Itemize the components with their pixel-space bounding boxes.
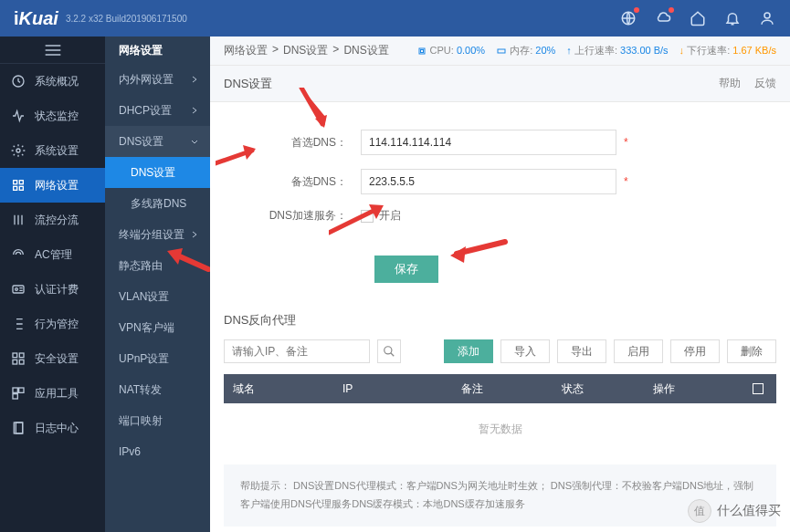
sidebar-item-ac[interactable]: AC管理 (0, 237, 105, 272)
sb2-port-mapping[interactable]: 端口映射 (105, 405, 210, 436)
breadcrumb-2[interactable]: DNS设置 (283, 43, 328, 58)
sidebar-label: 状态监控 (35, 109, 79, 124)
sidebar-item-flow[interactable]: 流控分流 (0, 203, 105, 237)
sidebar-item-auth[interactable]: 认证计费 (0, 272, 105, 307)
sidebar-item-network[interactable]: 网络设置 (0, 168, 105, 203)
svg-rect-6 (14, 186, 17, 190)
sidebar-item-apps[interactable]: 应用工具 (0, 376, 105, 411)
user-icon[interactable] (758, 9, 776, 27)
collapse-toggle[interactable] (0, 37, 105, 64)
col-status: 状态 (553, 381, 644, 397)
help-box: 帮助提示： DNS设置DNS代理模式：客户端DNS为网关地址时生效； DNS强制… (224, 464, 776, 527)
reverse-proxy-title: DNS反向代理 (210, 301, 790, 339)
help-link[interactable]: 帮助 (719, 76, 741, 91)
sidebar-item-logs[interactable]: 日志中心 (0, 411, 105, 445)
sb2-static-route[interactable]: 静态路由 (105, 250, 210, 281)
col-checkbox[interactable] (740, 383, 776, 394)
svg-rect-19 (419, 48, 425, 54)
section-title: DNS设置 (224, 76, 272, 92)
enable-button[interactable]: 启用 (614, 339, 663, 363)
svg-rect-14 (13, 388, 17, 392)
cloud-icon[interactable] (654, 9, 672, 27)
export-button[interactable]: 导出 (557, 339, 606, 363)
sb2-dhcp[interactable]: DHCP设置 (105, 95, 210, 126)
sidebar-label: 流控分流 (35, 213, 79, 228)
version-text: 3.2.2 x32 Build201906171500 (66, 14, 187, 24)
col-action: 操作 (644, 381, 740, 397)
breadcrumb-1[interactable]: 网络设置 (224, 43, 268, 58)
svg-rect-4 (14, 181, 17, 184)
secondary-dns-input[interactable] (361, 169, 616, 194)
home-icon[interactable] (689, 9, 707, 27)
table-header: 域名 IP 备注 状态 操作 (224, 374, 776, 403)
svg-marker-25 (450, 246, 466, 263)
upload-stat: ↑ 上行速率: 333.00 B/s (566, 44, 668, 57)
sidebar-item-monitor[interactable]: 状态监控 (0, 99, 105, 133)
no-data-text: 暂无数据 (224, 403, 776, 455)
bell-icon[interactable] (723, 9, 742, 27)
col-remark: 备注 (452, 381, 553, 397)
sb2-dns-settings[interactable]: DNS设置 (105, 157, 210, 188)
disable-button[interactable]: 停用 (670, 339, 720, 363)
sb2-vlan[interactable]: VLAN设置 (105, 281, 210, 312)
section-title-bar: DNS设置 帮助 反馈 (210, 66, 790, 102)
sb2-nat[interactable]: NAT转发 (105, 374, 210, 405)
globe-icon[interactable] (619, 9, 637, 27)
secondary-dns-label: 备选DNS： (224, 174, 361, 190)
svg-rect-21 (498, 49, 505, 53)
add-button[interactable]: 添加 (444, 339, 493, 363)
svg-rect-10 (13, 353, 17, 358)
sb2-ipv6[interactable]: IPv6 (105, 436, 210, 467)
svg-rect-20 (420, 50, 423, 53)
sidebar-label: 行为管控 (35, 317, 79, 332)
accel-label: DNS加速服务： (224, 208, 361, 224)
col-ip: IP (333, 382, 452, 395)
sb2-multi-dns[interactable]: 多线路DNS (105, 188, 210, 219)
sb2-dns[interactable]: DNS设置 (105, 126, 210, 157)
svg-point-26 (384, 347, 392, 354)
breadcrumb-bar: 网络设置 > DNS设置 > DNS设置 CPU: 0.00% 内存: 20% … (210, 37, 790, 66)
accel-checkbox[interactable] (361, 210, 374, 223)
svg-rect-5 (19, 181, 23, 184)
svg-marker-22 (315, 115, 327, 128)
delete-button[interactable]: 删除 (727, 339, 776, 363)
sidebar-label: 网络设置 (35, 178, 79, 193)
sb2-vpn[interactable]: VPN客户端 (105, 312, 210, 343)
sb2-upnp[interactable]: UPnP设置 (105, 343, 210, 374)
svg-rect-13 (19, 360, 24, 364)
sidebar-item-system[interactable]: 系统设置 (0, 133, 105, 168)
svg-point-3 (16, 149, 20, 152)
svg-point-1 (764, 13, 770, 18)
primary-dns-input[interactable] (361, 130, 616, 155)
search-icon[interactable] (377, 339, 401, 363)
sidebar-item-security[interactable]: 安全设置 (0, 341, 105, 376)
svg-rect-12 (13, 360, 17, 364)
sidebar-item-overview[interactable]: 系统概况 (0, 64, 105, 99)
sidebar-label: 系统设置 (35, 143, 79, 159)
svg-point-9 (16, 288, 18, 291)
save-button[interactable]: 保存 (374, 256, 438, 283)
sidebar-label: AC管理 (35, 247, 72, 263)
import-button[interactable]: 导入 (500, 339, 550, 363)
primary-sidebar: 系统概况 状态监控 系统设置 网络设置 流控分流 AC管理 认证计费 行为管控 … (0, 37, 105, 532)
mem-stat: 内存: 20% (496, 44, 555, 57)
header-icon-group (619, 9, 776, 27)
cpu-stat: CPU: 0.00% (416, 45, 486, 57)
accel-enable-text: 开启 (379, 208, 401, 224)
sidebar-label: 安全设置 (35, 351, 79, 367)
sb2-wan-lan[interactable]: 内外网设置 (105, 64, 210, 95)
brand-logo: iKuai (14, 8, 58, 29)
svg-rect-15 (19, 388, 24, 392)
svg-rect-18 (16, 422, 22, 433)
sidebar-label: 认证计费 (35, 282, 79, 297)
feedback-link[interactable]: 反馈 (754, 76, 776, 91)
breadcrumb-3: DNS设置 (343, 43, 388, 58)
sidebar-item-behavior[interactable]: 行为管控 (0, 307, 105, 341)
sidebar-label: 日志中心 (35, 421, 79, 436)
required-marker: * (624, 136, 628, 149)
reverse-proxy-toolbar: 添加 导入 导出 启用 停用 删除 (210, 339, 790, 374)
svg-rect-7 (19, 186, 23, 190)
download-stat: ↓ 下行速率: 1.67 KB/s (679, 44, 776, 57)
sb2-terminal-group[interactable]: 终端分组设置 (105, 219, 210, 250)
rp-search-input[interactable] (224, 339, 370, 363)
